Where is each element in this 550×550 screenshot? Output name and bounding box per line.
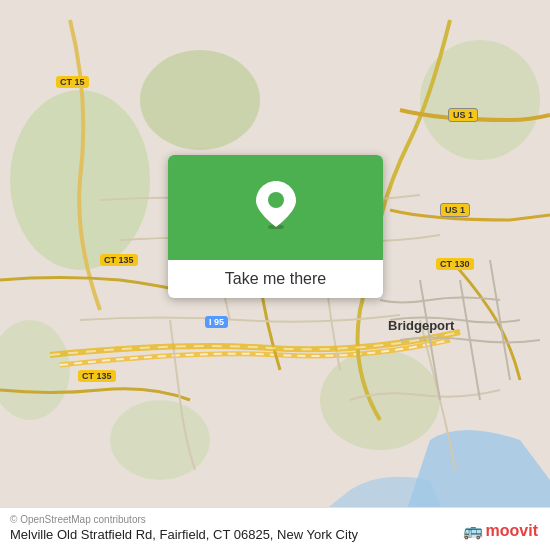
moovit-brand: moovit bbox=[486, 522, 538, 540]
road-label-i95: I 95 bbox=[205, 316, 228, 328]
destination-card: Take me there bbox=[168, 155, 383, 298]
road-label-ct130: CT 130 bbox=[436, 258, 474, 270]
road-label-ct15: CT 15 bbox=[56, 76, 89, 88]
moovit-logo: 🚌 moovit bbox=[463, 521, 538, 540]
road-label-us1-mid: US 1 bbox=[440, 203, 470, 217]
card-map-preview bbox=[168, 155, 383, 260]
address-label: Melville Old Stratfield Rd, Fairfield, C… bbox=[10, 527, 540, 542]
svg-point-9 bbox=[268, 192, 284, 208]
road-label-us1-top: US 1 bbox=[448, 108, 478, 122]
take-me-there-button[interactable]: Take me there bbox=[168, 260, 383, 298]
bridgeport-label: Bridgeport bbox=[388, 318, 454, 333]
bottom-bar: © OpenStreetMap contributors Melville Ol… bbox=[0, 507, 550, 550]
map-container: CT 15 US 1 US 1 CT 135 CT 58 CT 130 I 95… bbox=[0, 0, 550, 550]
road-label-ct135-top: CT 135 bbox=[100, 254, 138, 266]
map-credits: © OpenStreetMap contributors bbox=[10, 514, 540, 525]
svg-point-2 bbox=[140, 50, 260, 150]
location-pin-icon bbox=[256, 181, 296, 235]
road-label-ct135-bot: CT 135 bbox=[78, 370, 116, 382]
moovit-bus-icon: 🚌 bbox=[463, 521, 483, 540]
